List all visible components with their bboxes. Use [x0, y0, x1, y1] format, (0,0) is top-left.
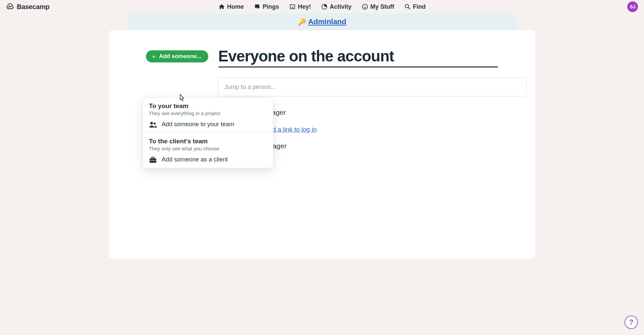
dropdown-client-section: To the client's team They only see what …: [143, 133, 273, 153]
current-user-avatar[interactable]: SJ: [627, 1, 638, 12]
svg-rect-9: [152, 157, 154, 158]
inbox-icon: [289, 3, 296, 10]
dropdown-add-team-option[interactable]: Add someone to your team: [143, 117, 273, 133]
nav-pings[interactable]: Pings: [254, 3, 279, 10]
basecamp-logo-icon: [6, 2, 14, 12]
dropdown-client-sub: They only see what you choose: [149, 146, 267, 151]
add-someone-dropdown: To your team They see everything in a pr…: [143, 97, 273, 168]
page-title: Everyone on the account: [218, 47, 498, 65]
nav-hey-label: Hey!: [298, 3, 311, 10]
people-search-input[interactable]: [218, 78, 527, 96]
nav-mystuff-label: My Stuff: [370, 3, 394, 10]
dropdown-client-heading: To the client's team: [149, 138, 267, 145]
smile-icon: [362, 3, 368, 10]
chat-icon: [254, 3, 261, 10]
nav-activity[interactable]: Activity: [321, 3, 352, 10]
key-icon: 🔑: [298, 18, 306, 26]
main-card: ＋ Add someone... Everyone on the account…: [109, 30, 535, 258]
briefcase-icon: [149, 156, 157, 163]
dropdown-team-option-label: Add someone to your team: [162, 121, 234, 128]
nav-find[interactable]: Find: [404, 3, 426, 10]
add-someone-label: Add someone...: [159, 53, 202, 60]
dropdown-client-option-label: Add someone as a client: [162, 156, 228, 163]
help-button[interactable]: ?: [625, 316, 638, 329]
svg-point-6: [150, 122, 153, 125]
title-underline: [218, 66, 498, 67]
adminland-link[interactable]: Adminland: [308, 17, 346, 26]
nav-mystuff[interactable]: My Stuff: [362, 3, 394, 10]
dropdown-team-section: To your team They see everything in a pr…: [143, 98, 273, 117]
search-wrap: [218, 78, 498, 96]
avatar-initials: SJ: [630, 4, 635, 9]
top-nav: Basecamp Home Pings Hey! Activity: [0, 0, 644, 13]
nav-links: Home Pings Hey! Activity My Stuff: [218, 3, 426, 10]
svg-point-3: [366, 6, 366, 7]
svg-point-4: [405, 4, 409, 8]
search-icon: [404, 3, 411, 10]
activity-pie-icon: [321, 3, 328, 10]
people-icon: [149, 122, 157, 128]
svg-point-1: [363, 4, 368, 9]
help-label: ?: [629, 318, 633, 327]
title-wrap: Everyone on the account: [218, 47, 498, 67]
nav-home-label: Home: [227, 3, 244, 10]
add-someone-button[interactable]: ＋ Add someone...: [146, 50, 208, 62]
card-header: ＋ Add someone... Everyone on the account: [146, 47, 498, 67]
home-icon: [218, 3, 225, 10]
svg-point-2: [364, 6, 365, 7]
add-someone-wrap: ＋ Add someone...: [146, 47, 208, 62]
brand-logo[interactable]: Basecamp: [6, 0, 50, 13]
nav-hey[interactable]: Hey!: [289, 3, 311, 10]
nav-pings-label: Pings: [263, 3, 279, 10]
dropdown-add-client-option[interactable]: Add someone as a client: [143, 153, 273, 168]
svg-line-5: [409, 8, 410, 9]
svg-point-7: [154, 123, 156, 125]
nav-activity-label: Activity: [330, 3, 352, 10]
nav-find-label: Find: [413, 3, 426, 10]
nav-home[interactable]: Home: [218, 3, 244, 10]
brand-name: Basecamp: [17, 3, 50, 11]
dropdown-team-sub: They see everything in a project: [149, 110, 267, 116]
svg-rect-10: [150, 160, 156, 161]
dropdown-team-heading: To your team: [149, 102, 267, 110]
